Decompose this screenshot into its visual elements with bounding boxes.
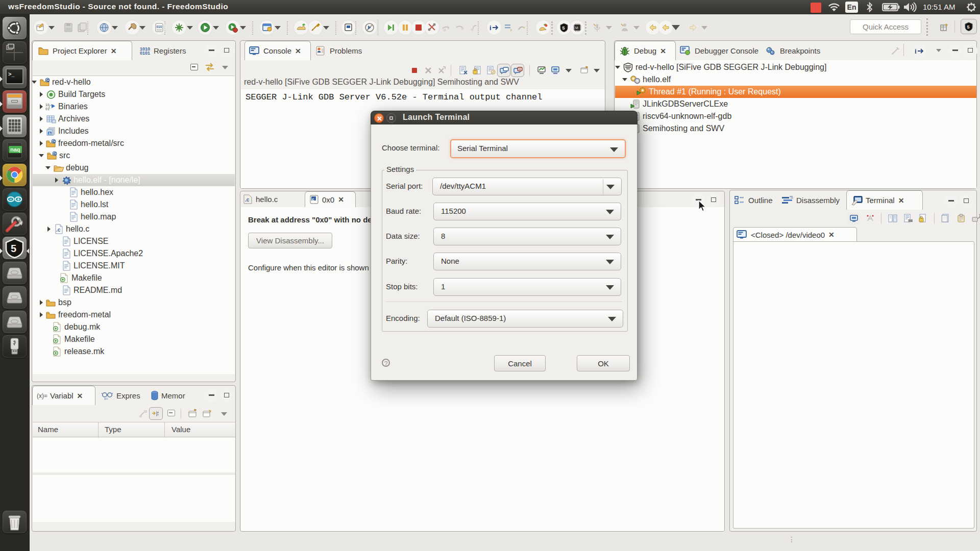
svg-text:C: C (46, 78, 49, 83)
svg-text:i: i (489, 24, 492, 32)
svg-text:c: c (312, 197, 314, 202)
svg-text:10: 10 (45, 103, 50, 107)
svg-text:01: 01 (45, 107, 50, 111)
svg-text:98: 98 (908, 218, 913, 223)
svg-text:.c: .c (245, 197, 250, 203)
svg-text:C: C (53, 152, 56, 156)
svg-text:h: h (48, 131, 51, 135)
svg-text:010: 010 (157, 25, 162, 29)
svg-text:5: 5 (11, 243, 16, 254)
svg-text:5: 5 (562, 26, 565, 31)
svg-text:x=: x= (104, 397, 108, 400)
svg-text:t: t (158, 411, 159, 414)
svg-text:M: M (575, 26, 578, 30)
svg-text:5: 5 (967, 24, 970, 30)
svg-text:.c: .c (56, 227, 61, 233)
svg-text:i: i (915, 47, 917, 55)
svg-text:C: C (52, 139, 55, 144)
